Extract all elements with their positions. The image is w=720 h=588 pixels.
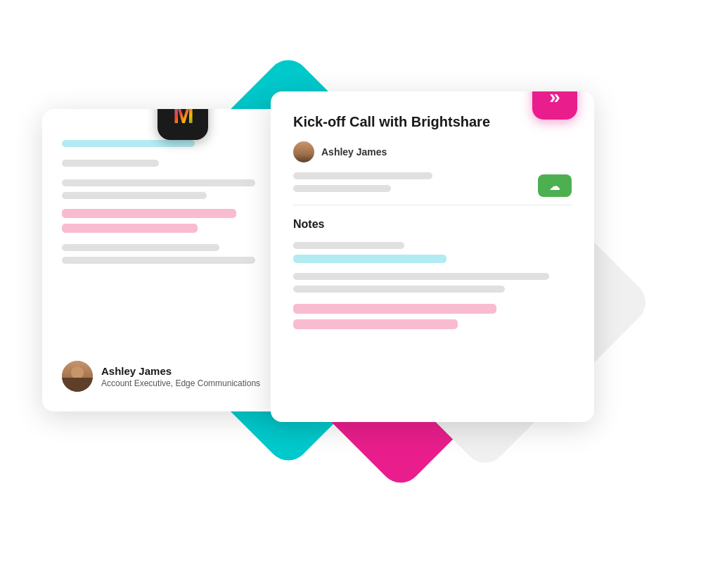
bright-skels-top (293, 172, 572, 192)
skeleton-line (62, 179, 255, 186)
skeleton-line (293, 242, 404, 249)
notes-skel-1 (293, 242, 572, 263)
gmail-icon: M (158, 109, 208, 140)
contact-role: Account Executive, Edge Communications (101, 378, 260, 388)
notes-pink-block (293, 304, 572, 329)
skeleton-line-teal (293, 255, 446, 263)
skeleton-line-pink (293, 319, 458, 329)
skeleton-line (62, 244, 219, 251)
skeleton-line (62, 257, 255, 264)
skeleton-line-pink (293, 304, 496, 314)
cloud-icon: ☁ (549, 179, 560, 193)
contact-info: Ashley James Account Executive, Edge Com… (101, 365, 260, 388)
skeleton-line (62, 160, 159, 167)
notes-skel-2 (293, 273, 572, 293)
skeleton-line (293, 286, 505, 293)
brightshare-card: » Kick-off Call with Brightshare Ashley … (271, 91, 594, 422)
pink-block (62, 209, 304, 233)
gmail-lines-top (62, 140, 304, 199)
salesforce-button[interactable]: ☁ (538, 174, 572, 197)
gmail-footer: Ashley James Account Executive, Edge Com… (62, 361, 260, 392)
skeleton-line-pink (62, 209, 236, 218)
gmail-lines-bottom (62, 244, 304, 264)
user-row: Ashley James (293, 141, 572, 162)
gmail-m-letter: M (173, 109, 193, 127)
avatar-face (62, 361, 93, 392)
brightshare-icon: » (532, 91, 577, 120)
skeleton-line (293, 172, 432, 179)
card-title: Kick-off Call with Brightshare (293, 114, 572, 130)
skeleton-line (293, 185, 391, 192)
skeleton-line (293, 273, 549, 280)
notes-heading: Notes (293, 218, 572, 231)
skeleton-line-pink (62, 224, 198, 233)
forward-icon: » (549, 91, 560, 108)
avatar-small (293, 141, 314, 162)
scene: M Ashley James Account Executive, Edge C… (0, 0, 720, 588)
divider (293, 205, 572, 205)
avatar (62, 361, 93, 392)
user-name: Ashley James (321, 146, 387, 158)
skeleton-line (62, 192, 207, 199)
contact-name: Ashley James (101, 365, 260, 377)
skeleton-line (62, 140, 195, 147)
